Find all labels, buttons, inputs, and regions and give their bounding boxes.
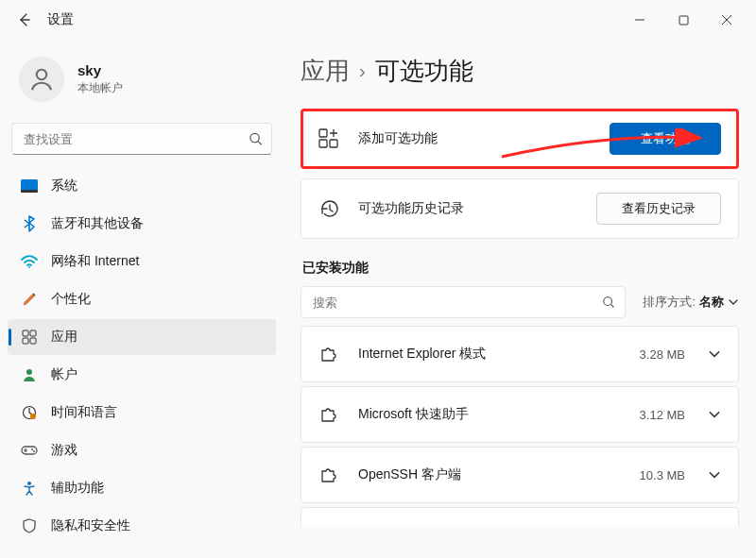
maximize-icon [679,15,689,25]
sidebar-item-label: 个性化 [51,291,91,308]
paintbrush-icon [21,291,38,308]
sidebar-item-label: 应用 [51,329,77,346]
feature-name: Internet Explorer 模式 [358,346,640,363]
feature-row[interactable]: Microsoft 快速助手 3.12 MB [301,386,739,443]
puzzle-icon [318,465,339,485]
svg-rect-8 [23,338,28,344]
close-button[interactable] [705,3,748,37]
svg-rect-6 [23,330,28,336]
sidebar-item-label: 蓝牙和其他设备 [51,215,144,232]
avatar [19,57,64,102]
maximize-button[interactable] [662,3,705,37]
svg-point-14 [31,448,33,450]
svg-rect-3 [21,179,38,191]
sort-value: 名称 [699,294,724,311]
svg-rect-17 [319,129,327,137]
account-block[interactable]: sky 本地帐户 [8,47,276,111]
installed-heading: 已安装功能 [302,260,739,277]
sidebar-item-label: 辅助功能 [51,480,104,497]
apps-grid-icon [21,329,38,346]
breadcrumb: 应用 › 可选功能 [301,55,739,88]
feature-search [301,286,626,318]
svg-point-2 [250,133,259,142]
account-subtitle: 本地帐户 [77,80,123,96]
nav-list: 系统 蓝牙和其他设备 网络和 Internet 个性化 应用 帐户 [8,168,276,544]
sidebar-item-privacy[interactable]: 隐私和安全性 [8,508,276,544]
sort-dropdown[interactable]: 排序方式: 名称 [643,294,739,311]
svg-point-20 [604,297,612,306]
svg-point-5 [28,266,30,268]
chevron-down-icon [708,408,721,421]
clock-globe-icon [21,404,38,421]
chevron-down-icon [708,347,721,361]
svg-rect-7 [30,330,36,336]
sidebar-item-personalization[interactable]: 个性化 [8,281,276,317]
view-history-button[interactable]: 查看历史记录 [596,193,721,225]
sidebar: sky 本地帐户 系统 蓝牙和其他设备 网络和 Internet [0,40,284,558]
sidebar-item-bluetooth[interactable]: 蓝牙和其他设备 [8,206,276,242]
sidebar-item-label: 网络和 Internet [51,253,139,270]
gamepad-icon [21,442,38,459]
feature-row-partial [301,507,739,526]
sidebar-item-accounts[interactable]: 帐户 [8,357,276,393]
accessibility-icon [21,480,38,497]
add-feature-card: 添加可选功能 查看功能 [301,109,739,169]
add-app-icon [318,128,339,149]
chevron-down-icon [728,296,739,308]
add-feature-label: 添加可选功能 [358,130,610,147]
back-button[interactable] [8,3,42,37]
account-name: sky [77,62,123,78]
sort-prefix: 排序方式: [643,294,696,311]
sidebar-item-gaming[interactable]: 游戏 [8,432,276,468]
feature-name: OpenSSH 客户端 [358,466,640,483]
sidebar-item-network[interactable]: 网络和 Internet [8,244,276,279]
svg-rect-4 [21,190,38,193]
arrow-left-icon [17,12,32,27]
feature-size: 3.12 MB [640,408,685,422]
sidebar-search [11,123,272,155]
bluetooth-icon [21,215,38,232]
feature-search-input[interactable] [301,287,625,317]
sidebar-item-label: 游戏 [51,442,77,459]
svg-point-15 [33,450,35,452]
search-icon [249,132,263,146]
puzzle-icon [318,404,339,425]
titlebar: 设置 [0,0,756,40]
wifi-icon [21,253,38,270]
minimize-button[interactable] [618,3,662,37]
installed-toolbar: 排序方式: 名称 [301,286,739,318]
shield-icon [21,517,38,534]
window-title: 设置 [47,11,74,28]
content-area: 应用 › 可选功能 添加可选功能 查看功能 可选功能历史记录 查看历史记录 [284,40,756,558]
sidebar-item-time-language[interactable]: 时间和语言 [8,395,276,431]
feature-row[interactable]: Internet Explorer 模式 3.28 MB [301,326,739,382]
svg-rect-0 [679,16,688,25]
svg-point-1 [37,70,47,80]
sidebar-item-label: 隐私和安全性 [51,517,130,534]
close-icon [721,14,732,25]
feature-row[interactable]: OpenSSH 客户端 10.3 MB [301,447,739,503]
view-features-button[interactable]: 查看功能 [610,123,721,155]
history-label: 可选功能历史记录 [358,200,596,217]
sidebar-item-label: 时间和语言 [51,404,117,421]
sidebar-item-accessibility[interactable]: 辅助功能 [8,470,276,506]
svg-rect-18 [319,140,327,147]
search-icon [602,296,615,309]
svg-rect-19 [330,140,337,147]
svg-point-16 [27,482,31,485]
chevron-down-icon [708,468,721,482]
chevron-right-icon: › [359,60,366,82]
sidebar-item-apps[interactable]: 应用 [8,319,276,355]
display-icon [21,178,38,194]
sidebar-item-label: 系统 [51,178,77,194]
breadcrumb-current: 可选功能 [375,55,473,88]
feature-size: 3.28 MB [640,347,685,362]
breadcrumb-parent[interactable]: 应用 [301,55,350,88]
puzzle-icon [318,344,339,364]
sidebar-item-label: 帐户 [51,366,77,383]
history-card: 可选功能历史记录 查看历史记录 [301,178,739,239]
feature-name: Microsoft 快速助手 [358,406,640,423]
sidebar-item-system[interactable]: 系统 [8,168,276,204]
search-input[interactable] [11,123,272,155]
minimize-icon [634,14,645,25]
